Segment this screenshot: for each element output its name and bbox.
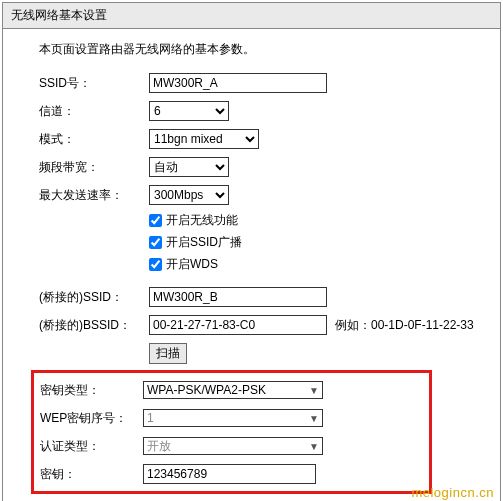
auth-type-select: ▼ bbox=[143, 437, 323, 455]
key-input[interactable] bbox=[143, 464, 316, 484]
row-bridge-ssid: (桥接的)SSID： bbox=[39, 286, 482, 308]
label-channel: 信道： bbox=[39, 103, 149, 120]
row-enable-ssid-broadcast: 开启SSID广播 bbox=[149, 234, 482, 251]
row-channel: 信道： 6 bbox=[39, 100, 482, 122]
label-max-rate: 最大发送速率： bbox=[39, 187, 149, 204]
row-bridge-bssid: (桥接的)BSSID： 例如：00-1D-0F-11-22-33 bbox=[39, 314, 482, 336]
row-key-type: 密钥类型： ▼ bbox=[40, 379, 423, 401]
label-enable-ssid-broadcast: 开启SSID广播 bbox=[166, 234, 242, 251]
max-rate-select[interactable]: 300Mbps bbox=[149, 185, 229, 205]
panel-content: 本页面设置路由器无线网络的基本参数。 SSID号： 信道： 6 模式： 11bg… bbox=[3, 29, 500, 501]
bridge-bssid-input[interactable] bbox=[149, 315, 327, 335]
label-wep-index: WEP密钥序号： bbox=[40, 410, 143, 427]
row-wep-index: WEP密钥序号： ▼ bbox=[40, 407, 423, 429]
row-key: 密钥： bbox=[40, 463, 423, 485]
enable-ssid-broadcast-checkbox[interactable] bbox=[149, 236, 162, 249]
mode-select[interactable]: 11bgn mixed bbox=[149, 129, 259, 149]
label-enable-wds: 开启WDS bbox=[166, 256, 218, 273]
enable-wireless-checkbox[interactable] bbox=[149, 214, 162, 227]
key-type-select[interactable]: ▼ bbox=[143, 381, 323, 399]
row-auth-type: 认证类型： ▼ bbox=[40, 435, 423, 457]
channel-select[interactable]: 6 bbox=[149, 101, 229, 121]
label-bridge-ssid: (桥接的)SSID： bbox=[39, 289, 149, 306]
settings-panel: 无线网络基本设置 本页面设置路由器无线网络的基本参数。 SSID号： 信道： 6… bbox=[2, 2, 501, 501]
page-description: 本页面设置路由器无线网络的基本参数。 bbox=[39, 41, 482, 58]
panel-title: 无线网络基本设置 bbox=[3, 3, 500, 29]
ssid-input[interactable] bbox=[149, 73, 327, 93]
label-enable-wireless: 开启无线功能 bbox=[166, 212, 238, 229]
scan-button[interactable]: 扫描 bbox=[149, 343, 187, 364]
row-enable-wds: 开启WDS bbox=[149, 256, 482, 273]
label-bandwidth: 频段带宽： bbox=[39, 159, 149, 176]
bridge-ssid-input[interactable] bbox=[149, 287, 327, 307]
key-settings-highlight: 密钥类型： ▼ WEP密钥序号： ▼ 认证类型： ▼ bbox=[31, 370, 432, 494]
label-key-type: 密钥类型： bbox=[40, 382, 143, 399]
label-key: 密钥： bbox=[40, 466, 143, 483]
checkbox-group: 开启无线功能 开启SSID广播 开启WDS bbox=[149, 212, 482, 273]
row-ssid: SSID号： bbox=[39, 72, 482, 94]
row-mode: 模式： 11bgn mixed bbox=[39, 128, 482, 150]
row-scan: 扫描 bbox=[39, 342, 482, 364]
label-ssid: SSID号： bbox=[39, 75, 149, 92]
label-auth-type: 认证类型： bbox=[40, 438, 143, 455]
row-bandwidth: 频段带宽： 自动 bbox=[39, 156, 482, 178]
enable-wds-checkbox[interactable] bbox=[149, 258, 162, 271]
row-enable-wireless: 开启无线功能 bbox=[149, 212, 482, 229]
label-bridge-bssid: (桥接的)BSSID： bbox=[39, 317, 149, 334]
bssid-example: 例如：00-1D-0F-11-22-33 bbox=[335, 317, 474, 334]
bandwidth-select[interactable]: 自动 bbox=[149, 157, 229, 177]
label-mode: 模式： bbox=[39, 131, 149, 148]
row-max-rate: 最大发送速率： 300Mbps bbox=[39, 184, 482, 206]
wep-index-select: ▼ bbox=[143, 409, 323, 427]
